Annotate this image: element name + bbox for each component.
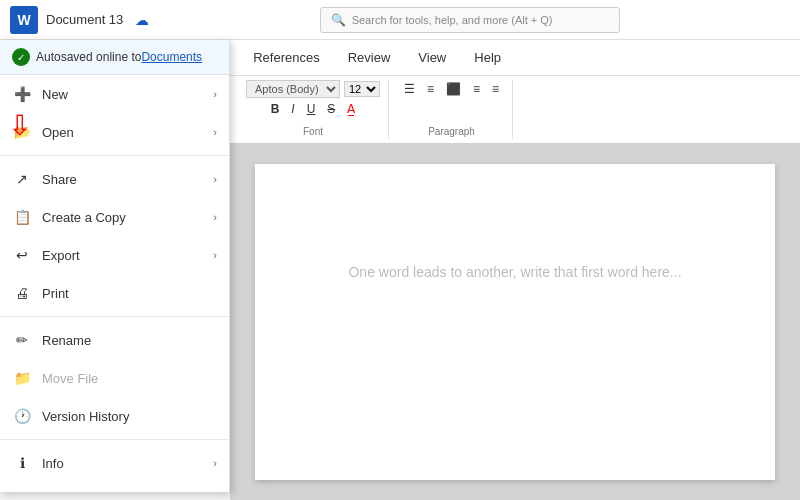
export-label: Export	[42, 248, 80, 263]
create-copy-label: Create a Copy	[42, 210, 126, 225]
search-icon: 🔍	[331, 13, 346, 27]
menu-item-open[interactable]: 📂 Open ›	[0, 113, 229, 151]
menu-item-print[interactable]: 🖨 Print	[0, 274, 229, 312]
share-label: Share	[42, 172, 77, 187]
bold-button[interactable]: B	[266, 100, 285, 118]
cursor-arrow: ⇩	[8, 112, 31, 140]
search-input[interactable]: 🔍 Search for tools, help, and more (Alt …	[320, 7, 620, 33]
new-icon: ➕	[12, 84, 32, 104]
print-label: Print	[42, 286, 69, 301]
paragraph-label: Paragraph	[428, 126, 475, 139]
paragraph-section: ☰ ≡ ⬛ ≡ ≡ Paragraph	[391, 80, 513, 139]
info-arrow: ›	[213, 457, 217, 469]
share-icon: ↗	[12, 169, 32, 189]
share-arrow: ›	[213, 173, 217, 185]
document-area: One word leads to another, write that fi…	[230, 144, 800, 500]
document-page[interactable]: One word leads to another, write that fi…	[255, 164, 775, 480]
font-selector[interactable]: Aptos (Body)	[246, 80, 340, 98]
info-label: Info	[42, 456, 64, 471]
menu-item-share[interactable]: ↗ Share ›	[0, 160, 229, 198]
info-icon: ℹ	[12, 453, 32, 473]
file-menu: ⇩ ✓ Autosaved online to Documents ➕ New …	[0, 40, 230, 492]
tab-view[interactable]: View	[404, 40, 460, 75]
bullets-button[interactable]: ☰	[399, 80, 420, 98]
rename-icon: ✏	[12, 330, 32, 350]
title-bar: W Document 13 ☁ 🔍 Search for tools, help…	[0, 0, 800, 40]
font-color-button[interactable]: A̲	[342, 100, 360, 118]
search-bar[interactable]: 🔍 Search for tools, help, and more (Alt …	[149, 7, 790, 33]
align-left-button[interactable]: ⬛	[441, 80, 466, 98]
menu-item-rename[interactable]: ✏ Rename	[0, 321, 229, 359]
autosave-bar: ✓ Autosaved online to Documents	[0, 40, 229, 75]
open-arrow: ›	[213, 126, 217, 138]
document-placeholder: One word leads to another, write that fi…	[348, 264, 681, 280]
font-section: Aptos (Body) 12 B I U S A̲ Font	[238, 80, 389, 139]
autosave-icon: ✓	[12, 48, 30, 66]
menu-item-export[interactable]: ↩ Export ›	[0, 236, 229, 274]
italic-button[interactable]: I	[286, 100, 299, 118]
font-size-selector[interactable]: 12	[344, 81, 380, 97]
rename-label: Rename	[42, 333, 91, 348]
new-label: New	[42, 87, 68, 102]
menu-item-new[interactable]: ➕ New ›	[0, 75, 229, 113]
create-copy-icon: 📋	[12, 207, 32, 227]
title-bar-left: W Document 13 ☁	[10, 6, 149, 34]
menu-item-create-copy[interactable]: 📋 Create a Copy ›	[0, 198, 229, 236]
strikethrough-button[interactable]: S	[322, 100, 340, 118]
autosave-link[interactable]: Documents	[141, 50, 202, 64]
autosave-text: Autosaved online to	[36, 50, 141, 64]
cloud-icon: ☁	[135, 12, 149, 28]
font-label: Font	[303, 126, 323, 139]
tab-review[interactable]: Review	[334, 40, 405, 75]
numbering-button[interactable]: ≡	[422, 80, 439, 98]
open-label: Open	[42, 125, 74, 140]
menu-item-info[interactable]: ℹ Info ›	[0, 444, 229, 482]
tab-references[interactable]: References	[239, 40, 333, 75]
export-icon: ↩	[12, 245, 32, 265]
align-right-button[interactable]: ≡	[487, 80, 504, 98]
version-history-icon: 🕐	[12, 406, 32, 426]
version-history-label: Version History	[42, 409, 129, 424]
move-file-label: Move File	[42, 371, 98, 386]
underline-button[interactable]: U	[302, 100, 321, 118]
tab-help[interactable]: Help	[460, 40, 515, 75]
print-icon: 🖨	[12, 283, 32, 303]
create-copy-arrow: ›	[213, 211, 217, 223]
export-arrow: ›	[213, 249, 217, 261]
new-arrow: ›	[213, 88, 217, 100]
move-file-icon: 📁	[12, 368, 32, 388]
menu-item-move-file: 📁 Move File	[0, 359, 229, 397]
document-title: Document 13	[46, 12, 123, 27]
menu-item-version-history[interactable]: 🕐 Version History	[0, 397, 229, 435]
ribbon-toolbar: Aptos (Body) 12 B I U S A̲ Font ☰ ≡ ⬛ ≡ …	[230, 76, 800, 144]
word-icon: W	[10, 6, 38, 34]
align-center-button[interactable]: ≡	[468, 80, 485, 98]
